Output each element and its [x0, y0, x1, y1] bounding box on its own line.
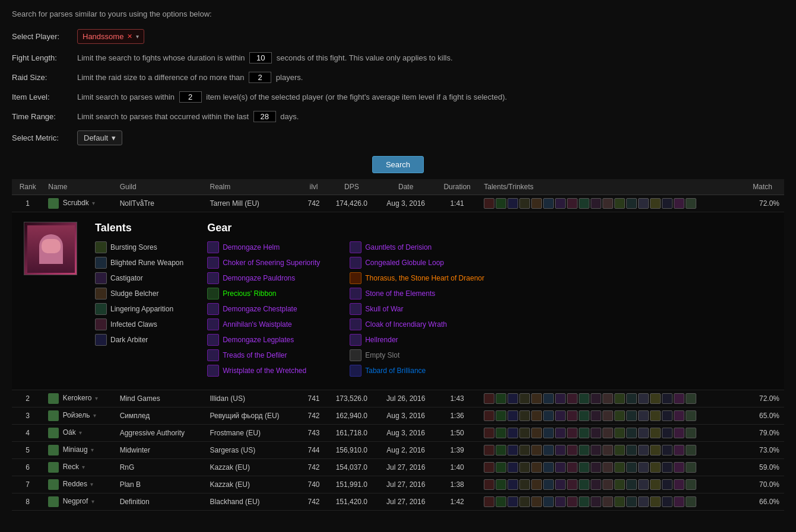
gear-icon	[350, 288, 361, 300]
realm-cell[interactable]: Blackhand (EU)	[205, 493, 301, 511]
name-cell[interactable]: Oák ▾	[43, 425, 115, 442]
raid-players-input[interactable]	[249, 72, 271, 83]
talent-icon-12	[626, 479, 637, 490]
talents-trinkets-icons	[484, 393, 743, 404]
table-row[interactable]: 4 Oák ▾ Aggressive Authority Frostmane (…	[12, 425, 784, 442]
gear-item[interactable]: Gauntlets of Derision	[350, 241, 484, 253]
realm-cell[interactable]: Kazzak (EU)	[205, 476, 301, 493]
player-remove-icon[interactable]: ✕	[127, 33, 132, 40]
realm-cell[interactable]: Sargeras (US)	[205, 442, 301, 459]
name-cell[interactable]: Reck ▾	[43, 459, 115, 476]
name-cell[interactable]: Reddes ▾	[43, 476, 115, 493]
gear-item[interactable]: Cloak of Incendiary Wrath	[350, 318, 484, 330]
gear-item[interactable]: Demongaze Helm	[207, 241, 326, 253]
gear-item[interactable]: Demongaze Chestplate	[207, 303, 326, 315]
guild-cell[interactable]: Mind Games	[115, 390, 205, 407]
player-select[interactable]: Handssome ✕ ▾	[77, 29, 144, 44]
gear-item[interactable]: Thorasus, the Stone Heart of Draenor	[350, 272, 484, 284]
metric-value: Default	[84, 133, 108, 142]
fight-seconds-input[interactable]	[249, 52, 272, 63]
guild-cell[interactable]: Симплед	[115, 407, 205, 425]
player-name[interactable]: Reck	[63, 463, 79, 471]
talent-icon-15	[662, 445, 673, 455]
gear-name[interactable]: Wristplate of the Wretched	[223, 367, 306, 375]
results-table: Rank Name Guild Realm ilvl DPS Date Dura…	[12, 179, 784, 511]
gear-name[interactable]: Annihilan's Waistplate	[223, 320, 292, 329]
player-name[interactable]: Kerokero	[63, 394, 92, 402]
player-name[interactable]: Oák	[63, 428, 76, 437]
time-days-input[interactable]	[253, 111, 276, 122]
talent-icon-17	[686, 496, 696, 507]
gear-name[interactable]: Demongaze Legplates	[223, 336, 294, 344]
player-name[interactable]: Negprof	[63, 497, 88, 505]
gear-item[interactable]: Precious' Ribbon	[207, 288, 326, 300]
player-name[interactable]: Ройзель	[63, 411, 90, 419]
search-button[interactable]: Search	[372, 156, 424, 173]
guild-cell[interactable]: Definition	[115, 493, 205, 511]
realm-cell[interactable]: Tarren Mill (EU)	[205, 195, 301, 212]
realm-cell[interactable]: Ревущий фьорд (EU)	[205, 407, 301, 425]
row-expand-icon[interactable]: ▾	[93, 412, 96, 419]
gear-name[interactable]: Congealed Globule Loop	[365, 259, 444, 267]
gear-name[interactable]: Thorasus, the Stone Heart of Draenor	[365, 274, 484, 282]
row-expand-icon[interactable]: ▾	[91, 498, 94, 505]
table-row[interactable]: 3 Ройзель ▾ Симплед Ревущий фьорд (EU) 7…	[12, 407, 784, 425]
row-expand-icon[interactable]: ▾	[95, 395, 98, 402]
player-name[interactable]: Reddes	[63, 480, 87, 488]
row-expand-icon[interactable]: ▾	[79, 429, 82, 436]
table-row[interactable]: 6 Reck ▾ RnG Kazzak (EU) 742 154,037.0 J…	[12, 459, 784, 476]
realm-cell[interactable]: Illidan (US)	[205, 390, 301, 407]
player-name[interactable]: Scrubdk	[63, 199, 89, 207]
name-cell[interactable]: Kerokero ▾	[43, 390, 115, 407]
table-row[interactable]: 2 Kerokero ▾ Mind Games Illidan (US) 741…	[12, 390, 784, 407]
gear-name[interactable]: Empty Slot	[365, 351, 399, 359]
metric-select[interactable]: Default ▾	[77, 130, 122, 145]
gear-item[interactable]: Choker of Sneering Superiority	[207, 257, 326, 269]
name-cell[interactable]: Scrubdk ▾	[43, 195, 115, 212]
gear-name[interactable]: Cloak of Incendiary Wrath	[365, 320, 447, 329]
gear-item[interactable]: Empty Slot	[350, 349, 484, 361]
gear-name[interactable]: Skull of War	[365, 305, 403, 313]
gear-name[interactable]: Choker of Sneering Superiority	[223, 259, 320, 267]
table-row[interactable]: 8 Negprof ▾ Definition Blackhand (EU) 74…	[12, 493, 784, 511]
row-expand-icon[interactable]: ▾	[82, 464, 85, 470]
name-cell[interactable]: Miniaug ▾	[43, 442, 115, 459]
gear-item[interactable]: Hellrender	[350, 334, 484, 346]
gear-name[interactable]: Gauntlets of Derision	[365, 243, 432, 251]
realm-cell[interactable]: Frostmane (EU)	[205, 425, 301, 442]
gear-item[interactable]: Demongaze Legplates	[207, 334, 326, 346]
player-name[interactable]: Miniaug	[63, 445, 88, 454]
gear-name[interactable]: Tabard of Brilliance	[365, 367, 426, 375]
guild-cell[interactable]: Plan B	[115, 476, 205, 493]
gear-item[interactable]: Wristplate of the Wretched	[207, 365, 326, 377]
gear-item[interactable]: Skull of War	[350, 303, 484, 315]
realm-cell[interactable]: Kazzak (EU)	[205, 459, 301, 476]
guild-cell[interactable]: RnG	[115, 459, 205, 476]
gear-name[interactable]: Demongaze Helm	[223, 243, 280, 251]
gear-name[interactable]: Hellrender	[365, 336, 398, 344]
gear-item[interactable]: Annihilan's Waistplate	[207, 318, 326, 330]
name-cell[interactable]: Ройзель ▾	[43, 407, 115, 425]
gear-item[interactable]: Stone of the Elements	[350, 288, 484, 300]
gear-item[interactable]: Treads of the Defiler	[207, 349, 326, 361]
gear-name[interactable]: Precious' Ribbon	[223, 289, 276, 298]
table-row[interactable]: 1 Scrubdk ▾ NollTvåTre Tarren Mill (EU) …	[12, 195, 784, 212]
row-expand-icon[interactable]: ▾	[91, 447, 94, 453]
guild-cell[interactable]: Midwinter	[115, 442, 205, 459]
gear-name[interactable]: Demongaze Chestplate	[223, 305, 297, 313]
gear-item[interactable]: Demongaze Pauldrons	[207, 272, 326, 284]
row-expand-icon[interactable]: ▾	[92, 200, 95, 206]
table-row[interactable]: 5 Miniaug ▾ Midwinter Sargeras (US) 744 …	[12, 442, 784, 459]
gear-item[interactable]: Tabard of Brilliance	[350, 365, 484, 377]
row-expand-icon[interactable]: ▾	[90, 481, 93, 488]
gear-name[interactable]: Demongaze Pauldrons	[223, 274, 295, 282]
name-cell[interactable]: Negprof ▾	[43, 493, 115, 511]
ilvl-input[interactable]	[179, 91, 202, 103]
gear-item[interactable]: Congealed Globule Loop	[350, 257, 484, 269]
guild-cell[interactable]: Aggressive Authority	[115, 425, 205, 442]
gear-name[interactable]: Treads of the Defiler	[223, 351, 287, 359]
guild-cell[interactable]: NollTvåTre	[115, 195, 205, 212]
gear-name[interactable]: Stone of the Elements	[365, 289, 435, 298]
player-dropdown-icon[interactable]: ▾	[136, 33, 139, 40]
table-row[interactable]: 7 Reddes ▾ Plan B Kazzak (EU) 740 151,99…	[12, 476, 784, 493]
